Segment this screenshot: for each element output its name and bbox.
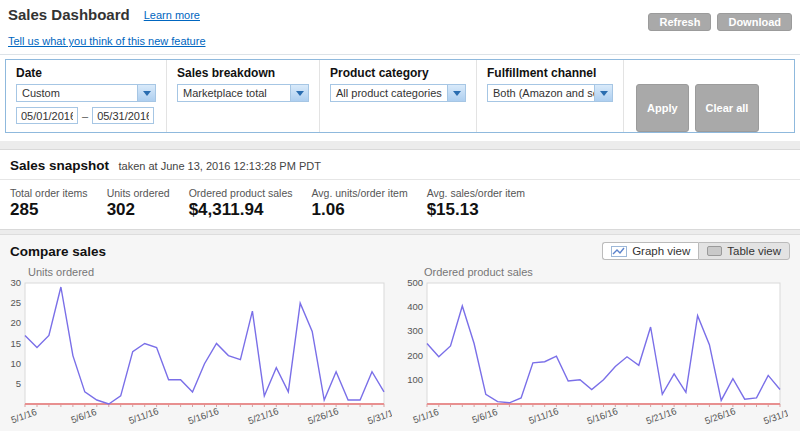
chevron-down-icon[interactable]	[594, 85, 612, 101]
graph-view-label: Graph view	[632, 245, 690, 257]
stat-label: Avg. sales/order item	[427, 187, 525, 199]
header-section: Sales Dashboard Learn more Refresh Downl…	[0, 0, 800, 141]
snapshot-stats: Total order items 285 Units ordered 302 …	[0, 180, 800, 229]
filter-panel: Date Custom – Sales breakdown Marketplac…	[5, 59, 795, 133]
view-toggle: Graph view Table view	[602, 242, 790, 260]
clear-all-button[interactable]: Clear all	[695, 84, 760, 132]
svg-text:5/26/16: 5/26/16	[306, 405, 340, 426]
stat-label: Avg. units/order item	[312, 187, 408, 199]
snapshot-timestamp: taken at June 13, 2016 12:13:28 PM PDT	[119, 160, 321, 172]
stat-value: 285	[10, 200, 88, 220]
svg-text:15: 15	[10, 338, 21, 349]
stat-label: Total order items	[10, 187, 88, 199]
stat-value: $15.13	[427, 200, 525, 220]
graph-view-button[interactable]: Graph view	[602, 242, 698, 260]
svg-text:5/31/16: 5/31/16	[366, 405, 392, 426]
compare-sales-section: Compare sales Graph view Table view Unit…	[0, 234, 800, 431]
date-to-input[interactable]	[92, 107, 154, 124]
svg-text:5/26/16: 5/26/16	[703, 405, 737, 426]
svg-text:5/16/16: 5/16/16	[187, 405, 221, 426]
svg-text:5/31/16: 5/31/16	[762, 405, 788, 426]
filter-actions: Apply Clear all	[624, 60, 769, 132]
date-range-select[interactable]: Custom	[16, 84, 156, 102]
learn-more-link[interactable]: Learn more	[144, 9, 200, 21]
stat-label: Ordered product sales	[189, 187, 293, 199]
svg-text:500: 500	[407, 278, 423, 288]
svg-text:10: 10	[10, 358, 21, 369]
date-from-input[interactable]	[16, 107, 78, 124]
svg-text:5/6/16: 5/6/16	[470, 406, 499, 425]
svg-text:5/11/16: 5/11/16	[527, 405, 560, 426]
download-button[interactable]: Download	[717, 13, 792, 31]
stat-units-ordered: Units ordered 302	[107, 187, 170, 220]
svg-text:5/16/16: 5/16/16	[586, 405, 620, 426]
svg-text:5/1/16: 5/1/16	[10, 406, 39, 425]
chevron-down-icon[interactable]	[447, 85, 465, 101]
line-chart-icon	[611, 246, 627, 257]
table-view-label: Table view	[727, 245, 781, 257]
product-category-filter: Product category All product categories	[320, 60, 477, 132]
compare-sales-title: Compare sales	[10, 244, 106, 259]
svg-text:300: 300	[407, 325, 423, 336]
svg-text:5/21/16: 5/21/16	[246, 405, 280, 426]
sales-snapshot-section: Sales snapshot taken at June 13, 2016 12…	[0, 149, 800, 230]
header-divider	[0, 54, 800, 55]
stat-ordered-product-sales: Ordered product sales $4,311.94	[189, 187, 293, 220]
svg-text:5/1/16: 5/1/16	[412, 406, 441, 425]
table-icon	[707, 246, 722, 256]
sales-breakdown-label: Sales breakdown	[177, 66, 309, 80]
svg-text:200: 200	[407, 350, 423, 361]
stat-label: Units ordered	[107, 187, 170, 199]
svg-text:30: 30	[10, 278, 21, 288]
svg-text:5/11/16: 5/11/16	[127, 405, 160, 426]
date-filter: Date Custom –	[6, 60, 167, 132]
stat-value: 302	[107, 200, 170, 220]
stat-value: $4,311.94	[189, 200, 293, 220]
ordered-product-sales-chart: 1002003004005005/1/165/6/165/11/165/16/1…	[400, 278, 788, 430]
sales-breakdown-filter: Sales breakdown Marketplace total	[167, 60, 320, 132]
fulfillment-channel-filter: Fulfillment channel Both (Amazon and sel…	[477, 60, 624, 132]
ordered-product-sales-chart-block: Ordered product sales 1002003004005005/1…	[400, 264, 796, 431]
chevron-down-icon[interactable]	[137, 85, 155, 101]
sales-snapshot-title: Sales snapshot	[10, 158, 109, 173]
svg-text:25: 25	[10, 297, 21, 308]
stat-total-order-items: Total order items 285	[10, 187, 88, 220]
date-separator: –	[82, 110, 88, 122]
stat-avg-units-per-order-item: Avg. units/order item 1.06	[312, 187, 408, 220]
svg-text:20: 20	[10, 317, 21, 328]
apply-button[interactable]: Apply	[636, 84, 689, 132]
date-range-selected-value: Custom	[17, 85, 137, 101]
svg-text:400: 400	[407, 301, 423, 312]
stat-value: 1.06	[312, 200, 408, 220]
page-title: Sales Dashboard	[8, 6, 130, 23]
units-ordered-chart-block: Units ordered 510152025305/1/165/6/165/1…	[4, 264, 400, 431]
charts-row: Units ordered 510152025305/1/165/6/165/1…	[0, 262, 800, 431]
units-ordered-chart: 510152025305/1/165/6/165/11/165/16/165/2…	[4, 278, 392, 430]
feedback-link[interactable]: Tell us what you think of this new featu…	[8, 35, 206, 47]
svg-text:5: 5	[16, 378, 21, 389]
chevron-down-icon[interactable]	[290, 85, 308, 101]
fulfillment-channel-select[interactable]: Both (Amazon and seller)	[487, 84, 613, 102]
stat-avg-sales-per-order-item: Avg. sales/order item $15.13	[427, 187, 525, 220]
date-filter-label: Date	[16, 66, 156, 80]
fulfillment-channel-selected-value: Both (Amazon and seller)	[488, 85, 594, 101]
refresh-button[interactable]: Refresh	[648, 13, 711, 31]
fulfillment-channel-label: Fulfillment channel	[487, 66, 613, 80]
product-category-select[interactable]: All product categories	[330, 84, 466, 102]
product-category-label: Product category	[330, 66, 466, 80]
svg-text:100: 100	[407, 374, 423, 385]
units-ordered-chart-title: Units ordered	[28, 266, 400, 278]
ordered-product-sales-chart-title: Ordered product sales	[424, 266, 796, 278]
sales-breakdown-select[interactable]: Marketplace total	[177, 84, 309, 102]
svg-text:5/6/16: 5/6/16	[69, 406, 98, 425]
sales-breakdown-selected-value: Marketplace total	[178, 85, 290, 101]
product-category-selected-value: All product categories	[331, 85, 447, 101]
svg-text:5/21/16: 5/21/16	[644, 405, 678, 426]
table-view-button[interactable]: Table view	[698, 242, 790, 260]
